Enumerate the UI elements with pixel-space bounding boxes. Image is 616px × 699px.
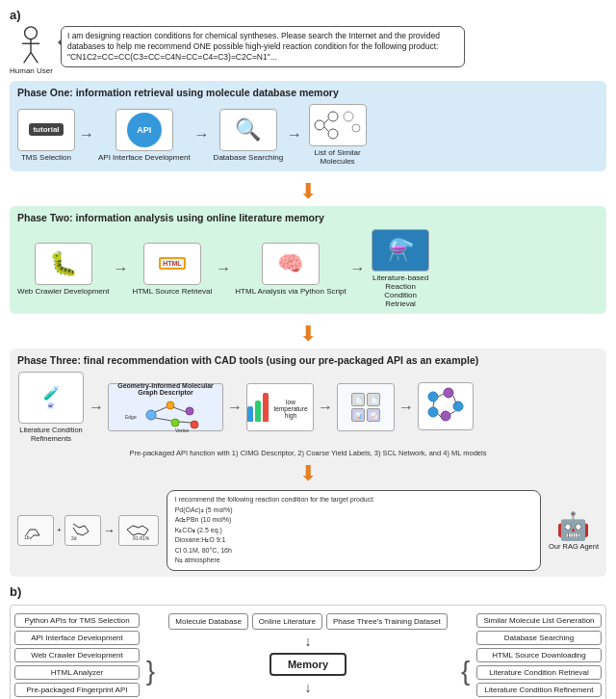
svg-point-25: [453, 401, 463, 411]
reactant2: 2d: [64, 515, 101, 546]
top-boxes-row: Molecule Database Online Literature Phas…: [168, 613, 447, 630]
svg-text:1b: 1b: [24, 534, 30, 540]
phase1-item-api: API API Interface Development: [98, 109, 191, 162]
right-item-3: Literature Condition Retrieval: [476, 665, 602, 680]
svg-point-5: [315, 120, 324, 130]
svg-line-40: [79, 526, 85, 528]
right-item-0: Similar Molecule List Generation: [476, 613, 602, 628]
human-user-label: Human User: [10, 66, 53, 75]
svg-point-16: [191, 421, 198, 428]
phase1-item-tms: tutorial TMS Selection: [17, 109, 75, 162]
db-box-1: Online Literature: [252, 613, 322, 630]
db-box-2: Phase Three's Training Dataset: [326, 613, 448, 630]
center-arrow-down2: ↓: [305, 680, 312, 695]
left-item-0: Python APIs for TMS Selection: [14, 613, 140, 628]
phase2-item-literature: ⚗️ Literature-based Reaction Condition R…: [370, 229, 432, 308]
phase3-item-lit: 🧪 ⚗️ Literature Condition Refinements: [17, 372, 85, 443]
arrow10: →: [398, 399, 414, 416]
db-box-0: Molecule Database: [168, 613, 247, 630]
svg-line-28: [438, 394, 444, 397]
rag-agent-figure: 🤖 Our RAG Agent: [549, 510, 599, 551]
svg-line-44: [73, 528, 77, 533]
svg-point-12: [146, 410, 156, 420]
svg-point-10: [344, 112, 353, 121]
svg-line-35: [36, 530, 39, 535]
svg-line-49: [142, 526, 148, 530]
down-arrow-2: ⬇: [10, 322, 606, 347]
svg-line-8: [324, 119, 328, 123]
left-item-2: Web Crawler Development: [14, 648, 140, 662]
svg-text:91-81%: 91-81%: [133, 535, 150, 541]
svg-line-47: [133, 526, 139, 528]
svg-line-46: [127, 526, 133, 530]
left-item-4: Pre-packaged Fingerprint API: [14, 683, 140, 697]
svg-line-18: [155, 418, 171, 421]
arrow8: →: [227, 399, 243, 416]
phase2-item-python: 🧠 HTML Analysis via Python Script: [235, 243, 346, 296]
svg-point-6: [328, 112, 338, 121]
recommendation-area: 1b + 2d: [17, 490, 599, 571]
svg-line-3: [24, 52, 31, 63]
phase3-temp: low temperature high: [246, 383, 314, 431]
svg-text:Edge: Edge: [125, 414, 137, 420]
section-b: b) Python APIs for TMS Selection API Int…: [10, 584, 606, 700]
diagram-container: Python APIs for TMS Selection API Interf…: [10, 605, 606, 700]
svg-line-30: [450, 411, 455, 414]
svg-point-14: [171, 419, 179, 427]
svg-text:2d: 2d: [71, 535, 77, 541]
right-item-1: Database Searching: [476, 631, 602, 645]
phase3-network: [418, 382, 474, 432]
arrow2: →: [194, 126, 210, 143]
section-a-label: a): [10, 8, 606, 22]
svg-line-32: [433, 401, 434, 407]
svg-point-7: [328, 129, 338, 139]
svg-point-27: [428, 407, 438, 417]
svg-line-39: [73, 524, 79, 528]
arrow6: →: [350, 260, 366, 277]
right-column: Similar Molecule List Generation Databas…: [476, 613, 602, 700]
right-item-4: Literature Condition Refinement: [476, 683, 602, 697]
svg-point-26: [441, 411, 450, 421]
svg-line-42: [83, 531, 89, 535]
svg-line-37: [30, 535, 34, 539]
left-item-1: API Interface Development: [14, 631, 140, 645]
speech-bubble: I am designing reaction conditions for c…: [61, 26, 465, 67]
memory-box: Memory: [270, 653, 346, 676]
arrow1: →: [79, 126, 94, 143]
arrow5: →: [216, 260, 231, 277]
phase1-item-db: 🔍 Database Searching: [214, 109, 284, 162]
svg-point-15: [186, 407, 193, 415]
svg-point-23: [428, 392, 438, 401]
svg-line-19: [173, 407, 187, 412]
svg-point-0: [25, 27, 38, 39]
svg-point-24: [444, 388, 453, 398]
phase3-cimg: Geometry-Informed Molecular Graph Descri…: [108, 383, 223, 431]
left-column: Python APIs for TMS Selection API Interf…: [14, 613, 140, 700]
left-item-3: HTML Analyzer: [14, 665, 140, 680]
down-arrow-3: ⬇: [17, 461, 599, 486]
arrow7: →: [89, 399, 104, 416]
svg-line-20: [179, 422, 192, 423]
phase1-item-molecules: List of Similar Molecules: [306, 104, 369, 166]
arrow4: →: [113, 260, 128, 277]
phase3-block: Phase Three: final recommendation with C…: [10, 349, 606, 577]
human-user-figure: Human User: [10, 26, 53, 75]
phase1-block: Phase One: information retrieval using m…: [10, 81, 606, 171]
phase1-title: Phase One: information retrieval using m…: [17, 87, 599, 98]
svg-line-17: [155, 407, 167, 412]
svg-line-4: [31, 52, 38, 63]
svg-text:Vertex: Vertex: [175, 427, 190, 432]
svg-point-13: [167, 401, 174, 409]
product: 91-81%: [118, 515, 159, 546]
reactant1: 1b: [17, 515, 54, 546]
bracket-left: }: [140, 613, 155, 700]
right-item-2: HTML Source Downloading: [476, 648, 602, 662]
section-b-label: b): [10, 584, 606, 599]
phase2-item-html: HTML HTML Source Retrieval: [132, 243, 212, 296]
phase2-block: Phase Two: information analysis using on…: [10, 206, 606, 314]
svg-line-9: [324, 127, 328, 131]
svg-point-11: [352, 124, 360, 132]
phase2-item-crawler: 🐛 Web Crawler Development: [17, 243, 109, 296]
arrow3: →: [287, 126, 302, 143]
center-arrow-down: ↓: [305, 634, 312, 649]
